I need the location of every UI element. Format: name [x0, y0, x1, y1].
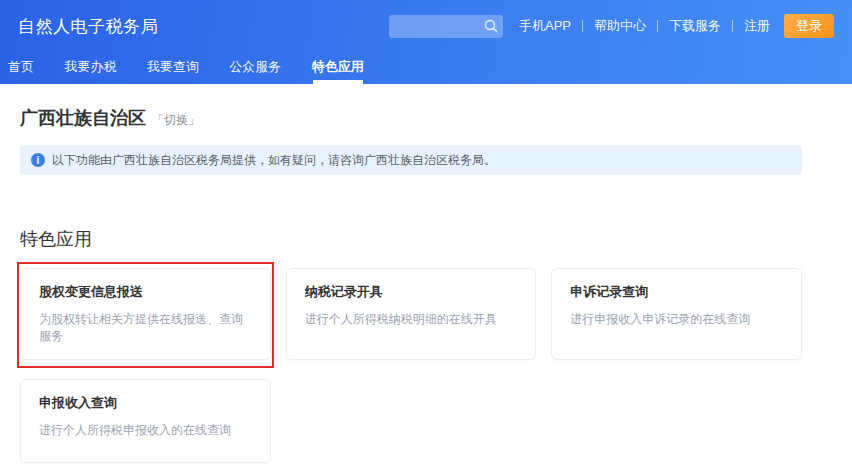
card-description: 进行个人所得税申报收入的在线查询 [39, 422, 252, 439]
region-title: 广西壮族自治区 [20, 106, 146, 130]
link-help-center[interactable]: 帮助中心 [594, 17, 646, 35]
nav-tab-home[interactable]: 首页 [8, 52, 34, 84]
header-top: 自然人电子税务局 手机APP 帮助中心 下载服务 注册 [0, 0, 852, 52]
card-equity-change-report[interactable]: 股权变更信息报送 为股权转让相关方提供在线报送、查询服务 [20, 268, 271, 360]
card-title: 申报收入查询 [39, 394, 252, 412]
main-content: 广西壮族自治区 「切换」 i 以下功能由广西壮族自治区税务局提供，如有疑问，请咨… [0, 106, 852, 463]
region-row: 广西壮族自治区 「切换」 [20, 106, 802, 130]
divider [657, 20, 658, 32]
quick-links: 手机APP 帮助中心 下载服务 注册 [519, 17, 770, 35]
divider [732, 20, 733, 32]
search-icon[interactable] [483, 18, 499, 34]
link-download-service[interactable]: 下载服务 [669, 17, 721, 35]
card-description: 为股权转让相关方提供在线报送、查询服务 [39, 311, 252, 345]
login-button[interactable]: 登录 [784, 14, 834, 38]
card-title: 股权变更信息报送 [39, 283, 252, 301]
header-right: 手机APP 帮助中心 下载服务 注册 登录 [389, 14, 834, 38]
notice-text: 以下功能由广西壮族自治区税务局提供，如有疑问，请咨询广西壮族自治区税务局。 [52, 152, 496, 169]
link-mobile-app[interactable]: 手机APP [519, 17, 571, 35]
region-switch-link[interactable]: 「切换」 [152, 112, 200, 129]
card-description: 进行个人所得税纳税明细的在线开具 [305, 311, 518, 328]
link-register[interactable]: 注册 [744, 17, 770, 35]
info-icon: i [31, 153, 45, 167]
app-header: 自然人电子税务局 手机APP 帮助中心 下载服务 注册 [0, 0, 852, 84]
app-title: 自然人电子税务局 [18, 15, 158, 38]
nav-tab-public-service[interactable]: 公众服务 [229, 52, 281, 84]
nav-tab-featured-apps[interactable]: 特色应用 [312, 52, 364, 84]
card-declared-income-query[interactable]: 申报收入查询 进行个人所得税申报收入的在线查询 [20, 379, 271, 463]
section-title: 特色应用 [20, 227, 802, 251]
card-appeal-record-query[interactable]: 申诉记录查询 进行申报收入申诉记录的在线查询 [551, 268, 802, 360]
nav-tab-tax-handling[interactable]: 我要办税 [64, 52, 116, 84]
card-description: 进行申报收入申诉记录的在线查询 [570, 311, 783, 328]
card-title: 纳税记录开具 [305, 283, 518, 301]
card-title: 申诉记录查询 [570, 283, 783, 301]
card-tax-record-issue[interactable]: 纳税记录开具 进行个人所得税纳税明细的在线开具 [286, 268, 537, 360]
divider [582, 20, 583, 32]
main-nav: 首页 我要办税 我要查询 公众服务 特色应用 [0, 52, 390, 84]
notice-banner: i 以下功能由广西壮族自治区税务局提供，如有疑问，请咨询广西壮族自治区税务局。 [20, 145, 802, 175]
nav-tab-inquiry[interactable]: 我要查询 [147, 52, 199, 84]
cards-grid: 股权变更信息报送 为股权转让相关方提供在线报送、查询服务 纳税记录开具 进行个人… [20, 268, 802, 463]
search-box[interactable] [389, 15, 503, 38]
